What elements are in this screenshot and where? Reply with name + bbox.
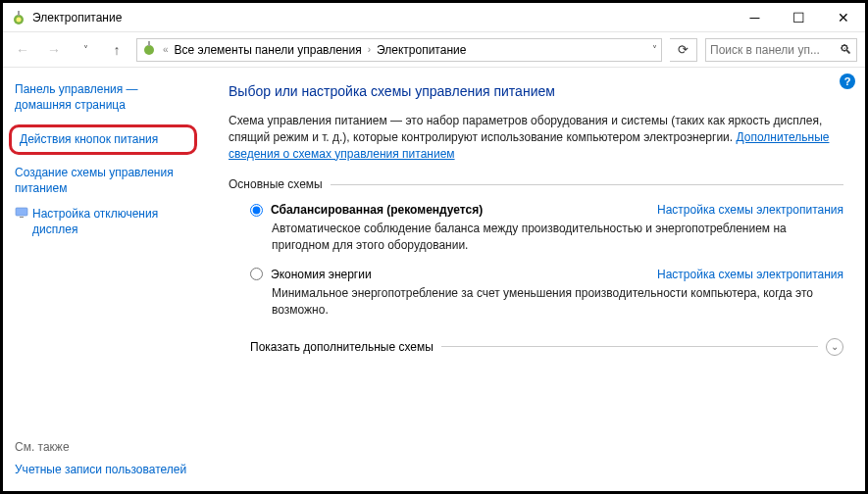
search-box[interactable]: 🔍︎ (705, 38, 857, 62)
highlight-annotation: Действия кнопок питания (9, 124, 197, 154)
address-dropdown[interactable]: ˅ (652, 44, 657, 55)
chevron-down-icon[interactable]: ⌄ (826, 338, 843, 356)
up-button[interactable]: ↑ (105, 38, 128, 62)
page-heading: Выбор или настройка схемы управления пит… (229, 83, 843, 99)
titlebar: Электропитание ─ ☐ ✕ (3, 3, 865, 32)
plan-saver: Экономия энергии Настройка схемы электро… (250, 268, 843, 319)
svg-rect-6 (20, 217, 24, 218)
search-icon[interactable]: 🔍︎ (840, 42, 852, 57)
fieldset-legend: Основные схемы (229, 177, 331, 191)
sidebar-create-plan-link[interactable]: Создание схемы управления питанием (15, 165, 197, 196)
chevron-right-icon: › (368, 44, 371, 55)
breadcrumb-current[interactable]: Электропитание (377, 43, 466, 57)
recent-dropdown[interactable]: ˅ (74, 38, 97, 62)
svg-rect-1 (18, 11, 20, 16)
expand-label: Показать дополнительные схемы (250, 340, 434, 354)
plan-balanced-desc: Автоматическое соблюдение баланса между … (272, 221, 843, 254)
plan-balanced-radio[interactable] (250, 204, 263, 217)
svg-rect-5 (16, 208, 27, 216)
plan-balanced: Сбалансированная (рекомендуется) Настрой… (250, 203, 843, 254)
sidebar-accounts-link[interactable]: Учетные записи пользователей (15, 462, 197, 477)
chevron-left-icon: « (163, 44, 169, 55)
svg-rect-4 (148, 41, 150, 46)
back-button[interactable]: ← (11, 38, 34, 62)
expand-row[interactable]: Показать дополнительные схемы ⌄ (250, 338, 843, 356)
breadcrumb-parent[interactable]: Все элементы панели управления (175, 43, 362, 57)
see-also-label: См. также (15, 440, 197, 454)
minimize-button[interactable]: ─ (733, 3, 777, 32)
sidebar-home-link[interactable]: Панель управления — домашняя страница (15, 81, 197, 113)
address-bar[interactable]: « Все элементы панели управления › Элект… (136, 38, 662, 62)
close-button[interactable]: ✕ (821, 3, 865, 32)
monitor-icon (15, 206, 28, 220)
sidebar-power-buttons-link[interactable]: Действия кнопок питания (20, 131, 186, 147)
forward-button[interactable]: → (42, 38, 66, 62)
plan-saver-desc: Минимальное энергопотребление за счет ум… (272, 285, 843, 319)
divider (441, 346, 818, 347)
main-plans-fieldset: Основные схемы Сбалансированная (рекомен… (229, 177, 843, 331)
refresh-button[interactable]: ⟳ (670, 38, 697, 62)
svg-point-3 (144, 45, 154, 55)
maximize-button[interactable]: ☐ (777, 3, 821, 32)
main-panel: ? Выбор или настройка схемы управления п… (209, 68, 865, 491)
plan-balanced-configure-link[interactable]: Настройка схемы электропитания (657, 203, 843, 217)
plan-saver-configure-link[interactable]: Настройка схемы электропитания (657, 268, 843, 281)
svg-point-2 (17, 17, 22, 22)
search-input[interactable] (710, 43, 836, 57)
window-title: Электропитание (32, 11, 122, 25)
nav-toolbar: ← → ˅ ↑ « Все элементы панели управления… (3, 32, 865, 68)
power-icon (11, 10, 26, 25)
sidebar: Панель управления — домашняя страница Де… (3, 68, 209, 491)
plan-saver-label[interactable]: Экономия энергии (271, 268, 372, 281)
help-icon[interactable]: ? (840, 74, 855, 89)
power-icon-small (141, 40, 157, 59)
page-description: Схема управления питанием — это набор па… (229, 113, 843, 162)
plan-balanced-label[interactable]: Сбалансированная (рекомендуется) (271, 203, 483, 217)
sidebar-display-off-link[interactable]: Настройка отключения дисплея (32, 206, 197, 237)
plan-saver-radio[interactable] (250, 268, 263, 280)
